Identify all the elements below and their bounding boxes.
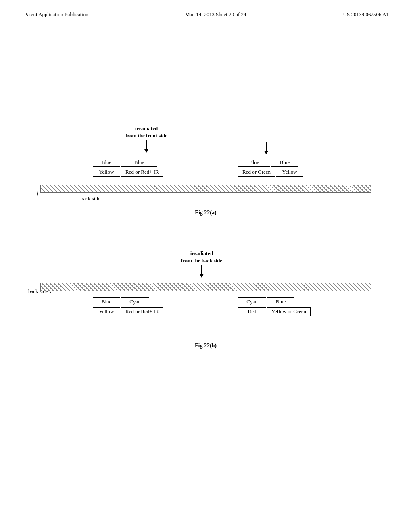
arrow-head-left <box>144 149 148 153</box>
cell-redirplus-1: Red or Red+ IR <box>121 168 163 177</box>
hatched-bar-22b <box>40 283 371 291</box>
fig22b-caption: Fig 22(b) <box>40 343 371 349</box>
back-side-label-22a: back side <box>81 195 100 202</box>
fig22a-left-cells: Blue Blue Yellow Red or Red+ IR <box>93 158 163 177</box>
arrow-head-right <box>264 151 268 154</box>
cell-blue-b2: Blue <box>267 297 294 306</box>
arrow-shaft-left <box>146 140 147 149</box>
arrow-head-back <box>200 274 204 278</box>
cell-blue-b1: Blue <box>93 297 120 306</box>
fig22a-right-row1: Blue Blue <box>238 158 303 167</box>
fig22a-left-row1: Blue Blue <box>93 158 163 167</box>
fig22a-caption: Fig 22(a) <box>40 210 371 216</box>
cell-cyan-b2: Cyan <box>238 297 266 306</box>
front-irrad-arrow-right <box>264 142 268 154</box>
fig22b-right-cells: Cyan Blue Red Yellow or Green <box>238 297 311 316</box>
slash-mark-22a: / <box>35 187 40 198</box>
cell-yellow-2: Yellow <box>276 168 303 177</box>
irrad-front-text: irradiated from the front side <box>125 125 167 139</box>
cell-blue-2: Blue <box>121 158 157 167</box>
fig22b-left-row2: Yellow Red or Red+ IR <box>93 307 163 316</box>
arrow-shaft-back <box>201 265 202 274</box>
fig22b-right-row1: Cyan Blue <box>238 297 311 306</box>
cell-yelloworgreen-b2: Yellow or Green <box>267 307 311 316</box>
header-center: Mar. 14, 2013 Sheet 20 of 24 <box>185 11 246 18</box>
fig22a-left-row2: Yellow Red or Red+ IR <box>93 168 163 177</box>
cell-blue-1: Blue <box>93 158 120 167</box>
hatched-bar-22a <box>40 185 371 193</box>
arrow-shaft-right <box>266 142 267 151</box>
irrad-back-text: irradiated from the back side <box>181 250 223 264</box>
cell-red-b2: Red <box>238 307 266 316</box>
cell-blue-3: Blue <box>238 158 270 167</box>
cell-yellow-1: Yellow <box>93 168 120 177</box>
fig22b-left-cells: Blue Cyan Yellow Red or Red+ IR <box>93 297 163 316</box>
header-right: US 2013/0062506 A1 <box>343 11 389 18</box>
front-irrad-arrow-left: irradiated from the front side <box>120 125 173 153</box>
cell-redirplus-b1: Red or Red+ IR <box>121 307 163 316</box>
cell-yellow-b1: Yellow <box>93 307 120 316</box>
fig22a-right-row2: Red or Green Yellow <box>238 168 303 177</box>
page-header: Patent Application Publication Mar. 14, … <box>0 0 413 18</box>
fig22b-right-row2: Red Yellow or Green <box>238 307 311 316</box>
fig22a-right-cells: Blue Blue Red or Green Yellow <box>238 158 303 177</box>
fig22b-left-row1: Blue Cyan <box>93 297 163 306</box>
cell-blue-4: Blue <box>271 158 298 167</box>
cell-redorgreen: Red or Green <box>238 168 275 177</box>
header-left: Patent Application Publication <box>24 11 88 18</box>
cell-cyan-b1: Cyan <box>121 297 149 306</box>
back-irrad-arrow: irradiated from the back side <box>169 250 234 278</box>
